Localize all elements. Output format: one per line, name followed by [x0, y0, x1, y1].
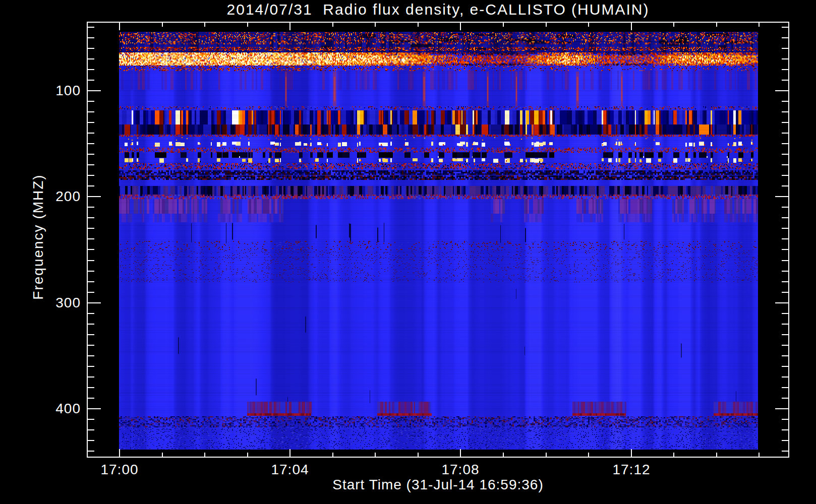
y-axis-tick	[88, 440, 94, 441]
y-axis-tick	[775, 302, 788, 303]
x-axis-tick	[162, 23, 163, 27]
x-axis-tick	[716, 23, 717, 27]
y-axis-tick	[782, 271, 788, 272]
x-axis-tick	[631, 23, 632, 30]
y-axis-tick	[88, 324, 94, 325]
y-axis-tick	[88, 271, 94, 272]
y-axis-tick	[88, 80, 94, 81]
y-tick-label: 100	[42, 83, 81, 98]
y-tick-label: 200	[42, 189, 81, 204]
x-axis-tick	[289, 449, 290, 457]
y-axis-tick	[782, 27, 788, 28]
y-axis-tick	[782, 101, 788, 102]
y-axis-tick	[782, 133, 788, 134]
y-axis-tick	[88, 366, 94, 367]
x-axis-tick	[289, 23, 290, 30]
y-axis-tick	[88, 133, 94, 134]
y-axis-tick	[88, 196, 101, 197]
y-axis-tick	[88, 260, 94, 261]
x-axis-tick	[673, 453, 674, 457]
y-axis-tick	[88, 398, 94, 399]
x-axis-tick	[375, 453, 376, 457]
y-axis-tick	[782, 366, 788, 367]
y-axis-tick	[88, 217, 94, 218]
y-axis-tick	[782, 260, 788, 261]
y-axis-tick	[782, 281, 788, 282]
y-axis-tick	[88, 143, 94, 144]
x-axis-tick	[759, 23, 760, 27]
x-axis-tick	[418, 453, 419, 457]
x-axis-label: Start Time (31-Jul-14 16:59:36)	[87, 477, 789, 493]
y-axis-tick	[88, 207, 94, 208]
y-axis-tick	[775, 90, 788, 91]
x-axis-tick	[546, 23, 547, 27]
y-axis-tick	[88, 387, 94, 388]
y-axis-tick	[782, 154, 788, 155]
x-axis-tick	[631, 449, 632, 457]
x-tick-label: 17:04	[250, 462, 330, 478]
y-axis-tick	[782, 355, 788, 356]
x-axis-tick	[588, 23, 589, 27]
y-axis-tick	[88, 111, 94, 112]
y-axis-tick	[782, 376, 788, 377]
y-axis-tick	[88, 334, 94, 335]
y-axis-tick	[782, 334, 788, 335]
y-axis-tick	[782, 429, 788, 430]
y-axis-tick	[782, 387, 788, 388]
y-axis-tick	[775, 196, 788, 197]
y-axis-tick	[88, 37, 94, 38]
x-axis-tick	[119, 23, 120, 30]
x-tick-label: 17:00	[79, 462, 160, 478]
x-axis-tick	[418, 23, 419, 27]
y-axis-tick	[88, 154, 94, 155]
x-tick-label: 17:08	[420, 462, 501, 478]
y-axis-tick	[782, 58, 788, 59]
y-axis-tick	[88, 175, 94, 176]
y-axis-tick	[782, 217, 788, 218]
y-axis-tick	[782, 111, 788, 112]
x-axis-tick	[247, 453, 248, 457]
x-axis-tick	[503, 453, 504, 457]
y-axis-tick	[88, 313, 94, 314]
x-tick-label: 17:12	[591, 462, 672, 478]
y-axis-tick	[775, 408, 788, 409]
y-axis-tick	[88, 429, 94, 430]
y-axis-tick	[782, 69, 788, 70]
x-axis-tick	[204, 23, 205, 27]
x-axis-tick	[673, 23, 674, 27]
y-axis-label: Frequency (MHZ)	[30, 174, 46, 299]
x-axis-tick	[460, 23, 461, 30]
x-axis-tick	[375, 23, 376, 27]
y-axis-tick	[88, 408, 101, 409]
x-axis-tick	[119, 449, 120, 457]
y-axis-tick	[88, 48, 94, 49]
y-axis-tick	[782, 419, 788, 420]
x-axis-tick	[546, 453, 547, 457]
x-axis-tick	[204, 453, 205, 457]
y-axis-tick	[782, 207, 788, 208]
y-axis-tick	[782, 122, 788, 123]
y-axis-tick	[88, 292, 94, 293]
y-axis-tick	[782, 48, 788, 49]
y-axis-tick	[782, 175, 788, 176]
y-axis-tick	[782, 324, 788, 325]
y-axis-tick	[782, 345, 788, 346]
y-axis-tick	[88, 451, 94, 452]
y-tick-label: 300	[42, 295, 81, 310]
x-axis-tick	[503, 23, 504, 27]
y-axis-tick	[88, 302, 101, 303]
y-axis-tick	[88, 185, 94, 186]
y-axis-tick	[782, 228, 788, 229]
y-axis-tick	[88, 27, 94, 28]
y-axis-tick	[782, 398, 788, 399]
y-axis-tick	[88, 164, 94, 165]
y-axis-tick	[782, 313, 788, 314]
y-axis-tick	[782, 143, 788, 144]
y-axis-tick	[88, 355, 94, 356]
y-axis-tick	[88, 249, 94, 250]
y-axis-tick	[782, 164, 788, 165]
y-axis-tick	[88, 238, 94, 239]
y-axis-tick	[88, 281, 94, 282]
y-axis-tick	[782, 185, 788, 186]
y-axis-tick	[782, 238, 788, 239]
